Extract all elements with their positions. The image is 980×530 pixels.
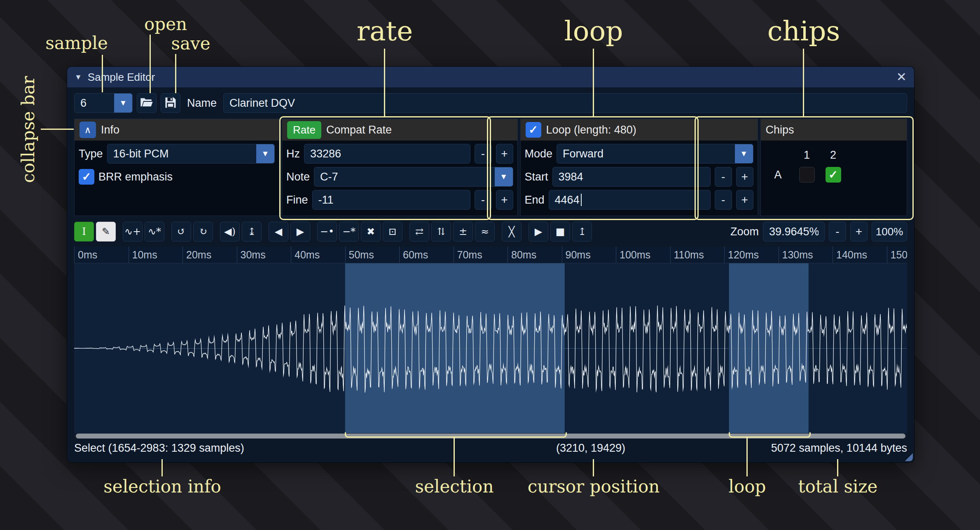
chevron-up-icon: ∧ <box>84 124 91 136</box>
toolbar-sign-button[interactable]: ± <box>453 222 473 242</box>
toolbar-crossfade-loop-button[interactable]: ╳ <box>502 222 522 242</box>
chip-row-a-label: A <box>774 169 782 181</box>
zoom-input[interactable] <box>763 222 825 242</box>
loop-end-decrement-button[interactable]: - <box>715 190 732 210</box>
info-header: ∧ Info <box>75 119 279 141</box>
chevron-down-icon[interactable]: ▼ <box>114 94 132 113</box>
resample-icon: ∿* <box>148 227 161 237</box>
titlebar[interactable]: ▼ Sample Editor ✕ <box>67 67 914 87</box>
toolbar-apply-silence-button[interactable]: −* <box>339 222 359 242</box>
chips-header: Chips <box>761 119 907 141</box>
chevron-down-icon[interactable]: ▼ <box>256 144 274 163</box>
annotation-selection-info-line <box>161 459 163 476</box>
window-content: 6 ▼ Name <box>67 93 914 457</box>
toolbar-redo-button[interactable]: ↻ <box>193 222 213 242</box>
loop-end-increment-button[interactable]: + <box>736 190 753 210</box>
type-label: Type <box>79 148 103 160</box>
zoom-reset-button[interactable]: 100% <box>872 222 907 242</box>
fine-decrement-button[interactable]: - <box>475 190 492 210</box>
chevron-down-icon[interactable]: ▼ <box>735 144 753 163</box>
filter-icon: ≈ <box>481 227 489 237</box>
annotation-sample-line <box>102 55 103 92</box>
hz-decrement-button[interactable]: - <box>475 144 492 164</box>
loop-start-input[interactable] <box>552 167 711 187</box>
toolbar-amplify-button[interactable]: ◀) <box>220 222 240 242</box>
time-ruler[interactable]: 0ms10ms20ms30ms40ms50ms60ms70ms80ms90ms1… <box>74 246 907 263</box>
toolbar-resample-button[interactable]: ∿* <box>145 222 164 242</box>
loop-end-label: End <box>525 194 545 206</box>
toolbar-select-mode-button[interactable]: I <box>74 222 94 242</box>
resize-grip[interactable] <box>904 452 913 461</box>
close-button[interactable]: ✕ <box>896 71 907 83</box>
rate-badge-button[interactable]: Rate <box>287 121 321 139</box>
annotation-selection-line <box>454 437 455 476</box>
window-collapse-icon[interactable]: ▼ <box>75 73 82 82</box>
toolbar-fade-out-button[interactable]: ▶ <box>290 222 310 242</box>
draw-mode-icon: ✎ <box>102 227 110 237</box>
chevron-down-icon[interactable]: ▼ <box>495 167 513 186</box>
annotation-chips-label: chips <box>767 15 840 47</box>
name-input[interactable] <box>223 93 907 113</box>
fade-out-icon: ▶ <box>297 227 304 237</box>
toolbar-filter-button[interactable]: ≈ <box>475 222 495 242</box>
toolbar-invert-button[interactable]: ⇅ <box>431 222 451 242</box>
collapse-info-button[interactable]: ∧ <box>80 122 96 138</box>
waveform-canvas[interactable] <box>74 263 907 433</box>
brr-emphasis-label: BRR emphasis <box>98 171 173 183</box>
open-button[interactable] <box>137 93 157 113</box>
loop-enable-checkbox[interactable]: ✓ <box>526 122 541 138</box>
waveform-view[interactable] <box>74 263 907 433</box>
hz-label: Hz <box>286 148 300 160</box>
ruler-label: 70ms <box>454 246 482 263</box>
loop-start-label: Start <box>525 171 548 183</box>
ruler-label: 130ms <box>779 246 813 263</box>
toolbar-stop-preview-button[interactable]: ■ <box>550 222 570 242</box>
type-select[interactable]: 16-bit PCM ▼ <box>107 144 275 164</box>
toolbar-resize-button[interactable]: ∿+ <box>123 222 143 242</box>
save-button[interactable] <box>161 93 180 113</box>
zoom-in-button[interactable]: + <box>850 222 868 242</box>
stop-preview-icon: ■ <box>556 227 565 237</box>
selection-bracket <box>345 432 567 438</box>
sample-select[interactable]: 6 ▼ <box>74 93 133 113</box>
annotation-save-line <box>175 54 176 93</box>
hz-input[interactable] <box>304 144 470 164</box>
note-label: Note <box>286 171 310 183</box>
note-select[interactable]: C-7 ▼ <box>314 167 513 187</box>
normalize-icon: ↨ <box>248 227 256 237</box>
toolbar-insert-silence-button[interactable]: −• <box>317 222 337 242</box>
toolbar-fade-in-button[interactable]: ◀ <box>269 222 288 242</box>
hz-increment-button[interactable]: + <box>496 144 513 164</box>
rate-body: Hz - + Note C-7 ▼ <box>282 141 517 216</box>
fine-input[interactable] <box>312 190 470 210</box>
toolbar-preview-button[interactable]: ▶ <box>529 222 548 242</box>
selection-info-text: Select (1654-2983: 1329 samples) <box>74 442 244 455</box>
chip-a2-checkbox[interactable]: ✓ <box>826 167 841 183</box>
loop-end-input[interactable]: 4464 <box>549 190 711 210</box>
loop-start-decrement-button[interactable]: - <box>715 167 732 187</box>
annotation-collapse-bar-label: collapse bar <box>18 76 38 183</box>
zoom-out-button[interactable]: - <box>829 222 846 242</box>
toolbar-draw-mode-button[interactable]: ✎ <box>96 222 116 242</box>
toolbar-normalize-button[interactable]: ↨ <box>242 222 262 242</box>
loop-mode-select[interactable]: Forward ▼ <box>557 144 753 164</box>
loop-end-value: 4464 <box>555 194 580 206</box>
annotation-loop-marker-line <box>746 438 748 476</box>
crossfade-loop-icon: ╳ <box>509 227 515 237</box>
toolbar-reverse-button[interactable]: ⇄ <box>409 222 429 242</box>
annotation-rate-line <box>384 49 385 116</box>
select-mode-icon: I <box>82 227 86 237</box>
chip-a1-checkbox[interactable] <box>799 167 815 183</box>
loop-panel: ✓ Loop (length: 480) Mode Forward ▼ <box>520 119 758 216</box>
loop-title: Loop (length: 480) <box>546 124 636 136</box>
chips-panel: Chips 1 2 A ✓ <box>760 119 907 216</box>
brr-emphasis-checkbox[interactable]: ✓ <box>79 169 94 185</box>
loop-start-increment-button[interactable]: + <box>736 167 753 187</box>
toolbar-delete-button[interactable]: ✖ <box>361 222 381 242</box>
toolbar-undo-button[interactable]: ↺ <box>171 222 191 242</box>
toolbar-trim-button[interactable]: ⊡ <box>383 222 402 242</box>
toolbar-create-wavetable-button[interactable]: ↥ <box>572 222 592 242</box>
annotation-selection-info-label: selection info <box>103 476 221 497</box>
fine-increment-button[interactable]: + <box>496 190 513 210</box>
annotation-sample-label: sample <box>45 33 108 53</box>
